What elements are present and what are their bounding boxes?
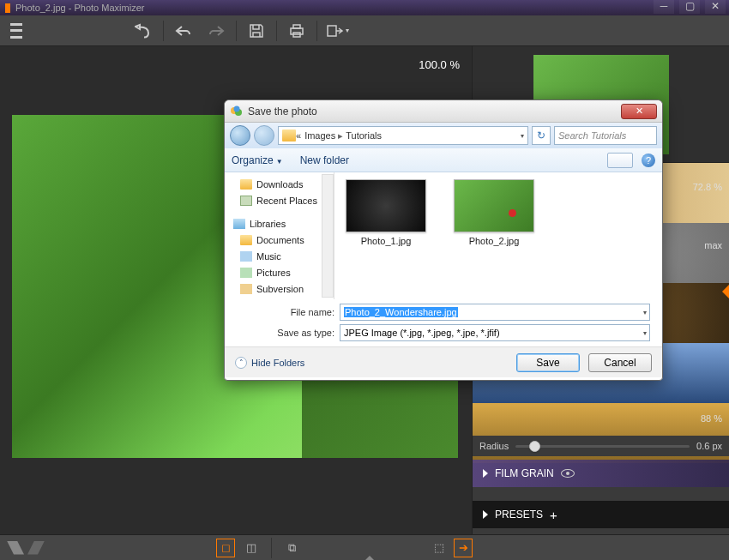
- sharpen-value: 88 %: [701, 413, 722, 424]
- tree-subversion[interactable]: Subversion: [225, 280, 334, 297]
- main-toolbar: ▾: [0, 15, 729, 46]
- tree-downloads[interactable]: Downloads: [225, 176, 334, 192]
- organize-menu[interactable]: Organize▼: [232, 154, 283, 166]
- tree-documents[interactable]: Documents: [225, 232, 334, 248]
- presets-label: PRESETS: [495, 509, 543, 521]
- file-item-1[interactable]: Photo_1.jpg: [343, 179, 429, 246]
- thumbnail: [454, 179, 534, 232]
- tree-scrollbar[interactable]: [322, 174, 334, 298]
- svg-rect-1: [293, 25, 300, 28]
- expand-icon: [483, 469, 488, 478]
- maximize-button[interactable]: ▢: [679, 0, 700, 14]
- refresh-button[interactable]: ↻: [532, 126, 551, 145]
- pictures-icon: [240, 268, 252, 278]
- bc-images[interactable]: Images: [304, 130, 335, 141]
- save-button[interactable]: [240, 15, 273, 46]
- filetype-label: Save as type:: [268, 328, 334, 338]
- folder-icon: [240, 179, 252, 190]
- chevron-up-icon: ˄: [235, 357, 247, 369]
- file-name: Photo_2.jpg: [451, 236, 537, 246]
- window-title: Photo_2.jpg - Photo Maximizer: [15, 3, 144, 13]
- zoom-level: 100.0 %: [419, 58, 460, 71]
- dialog-icon: [230, 105, 244, 118]
- svg-point-5: [234, 105, 240, 111]
- value-1: 72.8 %: [693, 182, 722, 192]
- filetype-select[interactable]: JPEG Image (*.jpg, *.jpeg, *.jpe, *.jfif…: [340, 324, 650, 341]
- value-2: max: [704, 240, 722, 250]
- export-button[interactable]: ▾: [321, 15, 353, 46]
- minimize-button[interactable]: ─: [654, 0, 674, 14]
- tree-pictures[interactable]: Pictures: [225, 264, 334, 280]
- bc-tutorials[interactable]: Tutorials: [346, 130, 382, 141]
- help-button[interactable]: ?: [642, 154, 655, 167]
- folder-tree: Downloads Recent Places Libraries Docume…: [225, 172, 334, 299]
- close-button[interactable]: ✕: [705, 0, 726, 14]
- subversion-icon: [240, 284, 252, 294]
- view-mode-button[interactable]: [607, 153, 633, 168]
- file-item-2[interactable]: Photo_2.jpg: [451, 179, 537, 246]
- dialog-close-button[interactable]: ✕: [621, 104, 657, 119]
- save-dialog: Save the photo ✕ « Images ▸ Tutorials ▾ …: [224, 99, 663, 381]
- app-icon: [5, 3, 10, 13]
- dialog-titlebar: Save the photo ✕: [225, 100, 662, 123]
- export-bottom-button[interactable]: ➔: [454, 539, 473, 557]
- filename-label: File name:: [268, 307, 334, 317]
- bc-prefix: «: [296, 130, 301, 141]
- dialog-title: Save the photo: [248, 105, 317, 117]
- recent-icon: [240, 196, 252, 206]
- radius-slider[interactable]: [515, 445, 690, 448]
- tree-libraries[interactable]: Libraries: [225, 215, 334, 232]
- filename-input[interactable]: Photo_2_Wondershare.jpg▾: [340, 304, 650, 321]
- print-button[interactable]: [280, 15, 313, 46]
- prev-image-button[interactable]: [7, 541, 24, 555]
- revert-button[interactable]: [127, 15, 160, 46]
- cancel-dialog-button[interactable]: Cancel: [588, 353, 652, 372]
- libraries-icon: [233, 219, 245, 229]
- next-image-button[interactable]: [27, 541, 45, 555]
- expand-strip-icon[interactable]: [364, 556, 375, 560]
- titlebar: Photo_2.jpg - Photo Maximizer ─ ▢ ✕: [0, 0, 729, 15]
- presets-section[interactable]: PRESETS +: [473, 501, 729, 528]
- svg-rect-0: [291, 28, 303, 34]
- search-input[interactable]: Search Tutorials: [554, 126, 657, 145]
- file-name: Photo_1.jpg: [343, 236, 429, 246]
- panel-arrow-icon[interactable]: [722, 283, 729, 300]
- documents-icon: [240, 235, 252, 245]
- music-icon: [240, 251, 252, 262]
- film-grain-label: FILM GRAIN: [495, 467, 554, 479]
- view-split-button[interactable]: ◫: [242, 539, 261, 557]
- app-window: Photo_2.jpg - Photo Maximizer ─ ▢ ✕ ▾ 10…: [0, 0, 729, 560]
- add-icon[interactable]: +: [550, 508, 557, 522]
- new-folder-button[interactable]: New folder: [300, 154, 349, 166]
- bottom-bar: ◻ ◫ ⧉ ⬚ ➔: [0, 534, 729, 560]
- breadcrumb[interactable]: « Images ▸ Tutorials ▾: [278, 126, 528, 145]
- radius-label: Radius: [479, 441, 509, 451]
- visibility-icon[interactable]: [561, 469, 575, 478]
- save-dialog-button[interactable]: Save: [516, 353, 580, 372]
- hide-folders-button[interactable]: ˄ Hide Folders: [235, 357, 304, 369]
- import-button[interactable]: ⬚: [430, 539, 449, 557]
- dialog-toolbar: Organize▼ New folder ?: [225, 148, 662, 172]
- view-single-button[interactable]: ◻: [216, 539, 235, 557]
- redo-button[interactable]: [200, 15, 232, 46]
- file-list: Photo_1.jpg Photo_2.jpg: [334, 172, 662, 299]
- thumbnail: [346, 179, 426, 232]
- radius-value: 0.6 px: [696, 441, 722, 451]
- expand-icon: [483, 510, 488, 519]
- tree-music[interactable]: Music: [225, 248, 334, 264]
- film-grain-section[interactable]: FILM GRAIN: [473, 460, 729, 487]
- breadcrumb-bar: « Images ▸ Tutorials ▾ ↻ Search Tutorial…: [225, 123, 662, 148]
- view-compare-button[interactable]: ⧉: [282, 539, 301, 557]
- tree-recent[interactable]: Recent Places: [225, 192, 334, 208]
- nav-forward-button[interactable]: [254, 125, 274, 146]
- menu-button[interactable]: [0, 15, 33, 46]
- undo-button[interactable]: [167, 15, 200, 46]
- nav-back-button[interactable]: [230, 125, 250, 146]
- folder-icon: [282, 129, 296, 142]
- radius-slider-row: Radius 0.6 px: [473, 436, 729, 456]
